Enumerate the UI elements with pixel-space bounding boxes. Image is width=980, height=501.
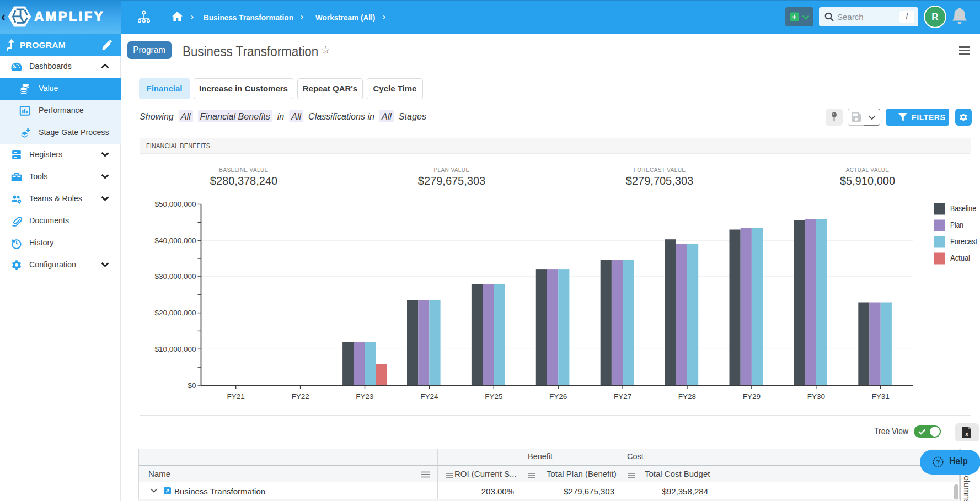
svg-text:$30,000,000: $30,000,000 <box>154 272 196 281</box>
svg-text:$10,000,000: $10,000,000 <box>154 345 196 353</box>
svg-text:FY29: FY29 <box>743 392 761 401</box>
svg-text:$0: $0 <box>188 381 196 390</box>
svg-text:$50,000,000: $50,000,000 <box>154 200 196 208</box>
svg-text:FY31: FY31 <box>872 392 890 401</box>
svg-text:FY27: FY27 <box>614 392 631 401</box>
svg-text:FY28: FY28 <box>678 392 696 401</box>
svg-text:$40,000,000: $40,000,000 <box>154 236 196 245</box>
svg-text:FY30: FY30 <box>807 392 825 401</box>
svg-text:Actual: Actual <box>950 253 970 262</box>
svg-text:x: x <box>965 431 968 437</box>
svg-text:?: ? <box>936 459 940 465</box>
svg-text:FY22: FY22 <box>291 392 309 401</box>
svg-text:$20,000,000: $20,000,000 <box>154 309 196 317</box>
svg-text:Plan: Plan <box>950 220 963 229</box>
svg-text:Forecast: Forecast <box>950 236 978 246</box>
svg-text:FY26: FY26 <box>549 392 567 401</box>
svg-text:FY21: FY21 <box>227 392 245 401</box>
svg-text:FY23: FY23 <box>356 392 373 401</box>
svg-text:FY24: FY24 <box>420 392 438 401</box>
svg-text:FY25: FY25 <box>485 392 502 401</box>
svg-text:Baseline: Baseline <box>950 203 976 213</box>
